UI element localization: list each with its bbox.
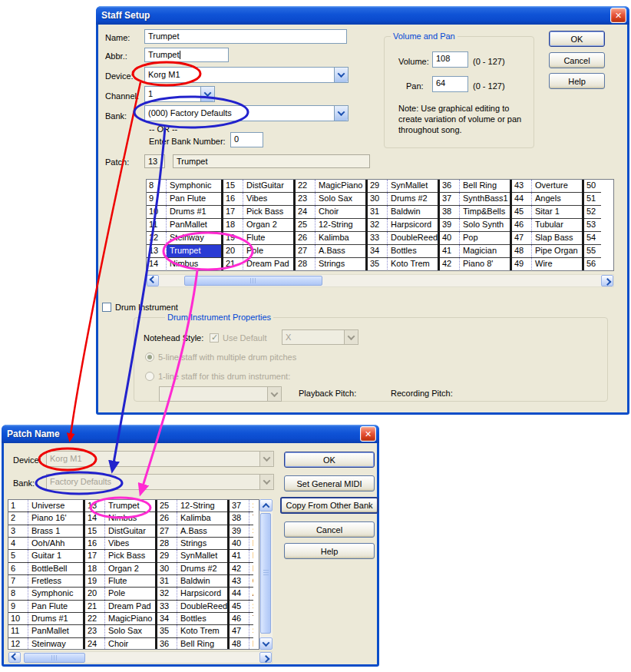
patch-number-cell[interactable]: 30 [368,193,388,205]
patch-number-cell[interactable]: 41 [440,245,460,257]
patch-name-cell[interactable]: Ti [249,512,253,524]
patch-number-cell[interactable]: 23 [296,193,316,205]
patch-name-cell[interactable]: Sitar 1 [532,206,582,218]
patch-name-cell[interactable]: PanMallet [167,219,221,231]
patch-number-cell[interactable]: 31 [368,206,388,218]
patch-name-cell[interactable]: Vibes [105,538,155,549]
channel-dropdown-button[interactable] [200,87,214,101]
patch-name-cell[interactable]: Harpsicord [388,219,438,231]
patch-grid[interactable]: 8Symphonic9Pan Flute10Drums #111PanMalle… [146,179,614,271]
patch-name-cell[interactable]: Tubular [532,219,582,231]
scrollbar-thumb[interactable] [24,653,85,663]
patch-number-cell[interactable]: 53 [584,219,601,231]
bank-number-input[interactable]: 0 [230,132,263,147]
name-input[interactable]: Trumpet [144,29,347,44]
patch-name-cell[interactable]: Baldwin [388,206,438,218]
patch-name-cell[interactable]: Trumpet [167,245,221,257]
drum-instrument-checkbox[interactable] [102,303,111,312]
patch-name-cell[interactable]: Symphonic [28,588,83,599]
help-button[interactable]: Help [284,543,375,559]
patch-number-cell[interactable]: 47 [512,232,532,244]
patch-number-cell[interactable]: 17 [85,550,105,561]
patch-number-cell[interactable]: 36 [440,180,460,192]
abbr-input[interactable]: Trumpet [144,48,229,62]
patch-name-cell[interactable]: Symphonic [167,180,221,192]
bank-dropdown-button[interactable] [334,106,348,121]
patch-name-cell[interactable]: Pole [243,245,293,257]
patch-name-cell[interactable]: Organ 2 [243,219,293,231]
patch-name-cell[interactable]: Magician [460,245,510,257]
ok-button[interactable]: OK [284,452,375,468]
patch-number-cell[interactable]: 5 [8,550,28,561]
patch-name-cell[interactable]: Bottles [177,613,227,624]
pan-input[interactable]: 64 [432,76,468,92]
patch-name-cell[interactable]: Slap Bass [532,232,582,244]
volume-input[interactable]: 108 [432,51,468,68]
patch-name-cell[interactable]: Baldwin [177,575,227,587]
patch-number-cell[interactable]: 17 [223,206,243,218]
scrollbar-thumb[interactable] [260,513,271,634]
patch-name-cell[interactable]: Universe [28,500,83,511]
patch-number-cell[interactable]: 8 [147,180,167,192]
patch-name-cell[interactable]: Piano 16' [28,512,83,524]
patch-name-cell[interactable]: Pan Flute [167,193,221,205]
patch-grid-vscrollbar[interactable] [259,499,273,650]
patch-name-cell[interactable]: S [249,500,253,511]
patch-number-cell[interactable]: 49 [512,258,532,270]
patch-name-cell[interactable]: Nimbus [105,512,155,524]
patch-name-cell[interactable]: Pop [460,232,510,244]
patch-name-cell[interactable]: MagicPiano [105,613,155,624]
patch-number-cell[interactable]: 32 [368,219,388,231]
patch-name-cell[interactable]: Timp&Bells [460,206,510,218]
patch-number-cell[interactable]: 35 [368,258,388,270]
patch-name-cell[interactable]: M [249,550,253,561]
patch-number-cell[interactable]: 2 [8,512,28,524]
patch-name-cell[interactable]: Bottles [388,245,438,257]
patch-name-cell[interactable]: Koto Trem [388,258,438,270]
patch-number-cell[interactable]: 38 [230,512,249,524]
patch-grid[interactable]: 1Universe2Piano 16'3Brass 14Ooh/Ahh5Guit… [8,499,259,650]
patch-number-cell[interactable]: 46 [230,613,249,624]
patch-number-cell[interactable]: 48 [512,245,532,257]
patch-name-cell[interactable]: DistGuitar [105,525,155,537]
patch-name-cell[interactable]: Drums #1 [167,206,221,218]
patch-name-cell[interactable]: PanMallet [28,625,83,637]
patch-number-cell[interactable]: 12 [8,638,28,649]
patch-name-cell[interactable]: T [249,613,253,624]
patch-number-cell[interactable]: 43 [512,180,532,192]
patch-name-cell[interactable]: A [249,588,253,599]
patch-number-cell[interactable]: 45 [512,206,532,218]
patch-number-cell[interactable]: 24 [296,206,316,218]
patch-name-cell[interactable]: Solo Sax [105,625,155,637]
patch-number-cell[interactable]: 29 [368,180,388,192]
patch-number-cell[interactable]: 31 [157,575,177,587]
patch-number-cell[interactable]: 27 [296,245,316,257]
scroll-left-button[interactable] [147,275,159,286]
patch-name-cell[interactable]: Dream Pad [105,601,155,612]
one-line-staff-radio[interactable] [145,372,154,381]
patch-number-cell[interactable]: 40 [440,232,460,244]
patch-number-cell[interactable]: 48 [230,638,249,649]
patch-name-cell[interactable]: Piano 8' [460,258,510,270]
patch-number-cell[interactable]: 14 [85,512,105,524]
scrollbar-track[interactable] [21,652,259,663]
patch-name-cell[interactable]: DistGuitar [243,180,293,192]
patch-number-cell[interactable]: 28 [157,538,177,549]
patch-name-cell[interactable]: Solo Synth [460,219,510,231]
patch-number-cell[interactable]: 18 [85,563,105,574]
patch-name-cell[interactable]: SynMallet [177,550,227,561]
staff-setup-titlebar[interactable]: Staff Setup ✕ [96,6,629,25]
patch-number-cell[interactable]: 46 [512,219,532,231]
close-icon[interactable]: ✕ [360,426,376,442]
patch-name-cell[interactable]: Wire [532,258,582,270]
close-icon[interactable]: ✕ [610,8,626,23]
patch-number-cell[interactable]: 1 [8,500,28,511]
patch-number-cell[interactable]: 19 [223,232,243,244]
scrollbar-track[interactable] [259,511,273,637]
patch-number-cell[interactable]: 54 [584,232,601,244]
set-general-midi-button[interactable]: Set General MIDI [284,475,375,492]
patch-number-cell[interactable]: 26 [296,232,316,244]
patch-number-cell[interactable]: 27 [157,525,177,537]
patch-grid-hscrollbar[interactable] [8,651,273,664]
patch-number-cell[interactable]: 34 [368,245,388,257]
